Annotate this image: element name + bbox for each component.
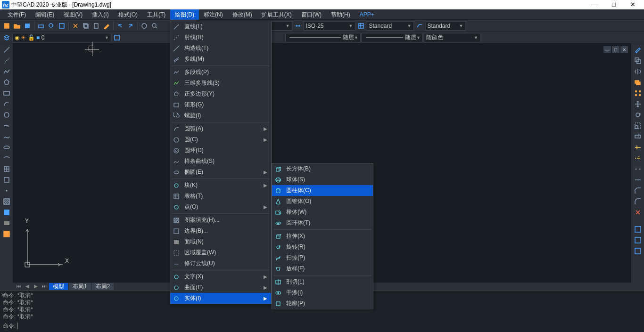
ellipse-icon[interactable]: [2, 143, 11, 152]
polygon-icon[interactable]: [2, 78, 11, 87]
menu-视图V[interactable]: 视图(V): [59, 9, 87, 20]
menuitem-圆(C)[interactable]: 圆(C)▶: [170, 134, 271, 145]
rectangle-icon[interactable]: [2, 89, 11, 98]
menu-格式O[interactable]: 格式(O): [114, 9, 142, 20]
menuitem-楔体(W)[interactable]: 楔体(W): [272, 207, 373, 218]
offset-icon[interactable]: [633, 78, 643, 87]
spline-icon[interactable]: [2, 132, 11, 141]
ellipsearc-icon[interactable]: [2, 154, 11, 163]
revcloud-icon[interactable]: [2, 121, 11, 130]
pan-icon[interactable]: [140, 21, 149, 31]
insert-icon[interactable]: [2, 164, 11, 174]
tool2-icon[interactable]: [633, 235, 643, 245]
menu-绘图D[interactable]: 绘图(D): [170, 9, 199, 20]
region-icon[interactable]: [2, 219, 11, 228]
menuitem-扫掠(P)[interactable]: 扫掠(P): [272, 252, 373, 263]
menu-标注N[interactable]: 标注(N): [199, 9, 228, 20]
menuitem-矩形(G)[interactable]: 矩形(G): [170, 99, 271, 110]
menuitem-轮廓(P)[interactable]: 轮廓(P): [272, 298, 373, 309]
command-input[interactable]: [17, 323, 641, 329]
menuitem-实体(I)[interactable]: 实体(I)▶: [170, 293, 271, 304]
tab-last-button[interactable]: ⏭: [41, 283, 48, 290]
menu-工具T[interactable]: 工具(T): [142, 9, 170, 20]
publish-icon[interactable]: [57, 21, 66, 31]
menuitem-三维多段线(3)[interactable]: 三维多段线(3): [170, 78, 271, 89]
menuitem-拉伸(X)[interactable]: 拉伸(X): [272, 231, 373, 242]
table-icon[interactable]: [2, 229, 11, 239]
menu-扩展工具X[interactable]: 扩展工具(X): [257, 9, 297, 20]
menuitem-边界(B)...[interactable]: 边界(B)...: [170, 226, 271, 236]
cmd-close-icon[interactable]: ✕: [1, 292, 5, 298]
tab-layout1[interactable]: 布局1: [69, 283, 91, 290]
menu-窗口W[interactable]: 窗口(W): [297, 9, 326, 20]
hatch-icon[interactable]: [2, 197, 11, 206]
menuitem-样条曲线(S)[interactable]: 样条曲线(S): [170, 156, 271, 167]
extend-icon[interactable]: [633, 154, 643, 163]
menuitem-旋转(R)[interactable]: 旋转(R): [272, 242, 373, 252]
menuitem-圆锥体(O)[interactable]: 圆锥体(O): [272, 196, 373, 207]
menuitem-点(O)[interactable]: 点(O)▶: [170, 202, 271, 212]
minimize-button[interactable]: —: [586, 0, 604, 9]
menuitem-表格(T)[interactable]: 表格(T): [170, 191, 271, 202]
stretch-icon[interactable]: [633, 132, 643, 141]
zoom-icon[interactable]: [150, 21, 159, 31]
move-icon[interactable]: [633, 99, 643, 109]
menuitem-图案填充(H)...[interactable]: 图案填充(H)...: [170, 215, 271, 226]
menuitem-面域(N)[interactable]: 面域(N): [170, 236, 271, 247]
menuitem-文字(X)[interactable]: 文字(X)▶: [170, 271, 271, 282]
menuitem-区域覆盖(W)[interactable]: 区域覆盖(W): [170, 247, 271, 258]
mleaderstyle-combo[interactable]: Standard▼: [425, 21, 466, 31]
preview-icon[interactable]: [47, 21, 56, 31]
join-icon[interactable]: [633, 175, 643, 185]
cut-icon[interactable]: [71, 21, 80, 31]
layerprev-icon[interactable]: [112, 33, 122, 42]
menuitem-多段线(P)[interactable]: 多段线(P): [170, 67, 271, 78]
color-combo[interactable]: 随颜色▼: [424, 33, 480, 42]
tablestyle-combo[interactable]: Standard▼: [367, 21, 414, 31]
doc-maximize-button[interactable]: □: [612, 46, 619, 53]
paste-icon[interactable]: [91, 21, 101, 31]
menu-文件F[interactable]: 文件(F): [3, 9, 31, 20]
menu-插入I[interactable]: 插入(I): [87, 9, 113, 20]
layer-combo[interactable]: ◉ ☀ 🔓 ■ 0▼: [12, 33, 111, 42]
block-icon[interactable]: [2, 175, 11, 185]
menu-帮助H[interactable]: 帮助(H): [326, 9, 355, 20]
tab-next-button[interactable]: ▶: [32, 283, 40, 290]
redo-icon[interactable]: [126, 21, 135, 31]
menuitem-螺旋(I)[interactable]: 螺旋(I): [170, 110, 271, 121]
line-icon[interactable]: [2, 45, 11, 55]
linetype-combo[interactable]: 随层▼: [285, 33, 361, 42]
doc-minimize-button[interactable]: —: [603, 46, 611, 53]
circle-icon[interactable]: [2, 110, 11, 120]
menuitem-圆弧(A)[interactable]: 圆弧(A)▶: [170, 123, 271, 134]
chamfer-icon[interactable]: [633, 186, 643, 195]
menuitem-多线(M)[interactable]: 多线(M): [170, 54, 271, 65]
close-button[interactable]: ✕: [623, 0, 642, 9]
copy2-icon[interactable]: [633, 56, 643, 65]
undo-icon[interactable]: [116, 21, 125, 31]
tab-prev-button[interactable]: ◀: [24, 283, 31, 290]
fillet-icon[interactable]: [633, 197, 643, 206]
lineweight-combo[interactable]: 随层▼: [362, 33, 423, 42]
menuitem-放样(F)[interactable]: 放样(F): [272, 263, 373, 274]
menuitem-直线(L)[interactable]: 直线(L): [170, 21, 271, 32]
mirror-icon[interactable]: [633, 67, 643, 76]
trim-icon[interactable]: [633, 143, 643, 152]
menuitem-长方体(B)[interactable]: 长方体(B): [272, 163, 373, 174]
print-icon[interactable]: [36, 21, 46, 31]
tool3-icon[interactable]: [633, 246, 643, 256]
array-icon[interactable]: [633, 89, 643, 98]
menuitem-正多边形(Y)[interactable]: 正多边形(Y): [170, 89, 271, 99]
menuitem-圆环体(T)[interactable]: 圆环体(T): [272, 218, 373, 228]
menuitem-构造线(T)[interactable]: 构造线(T): [170, 43, 271, 54]
scale-icon[interactable]: [633, 121, 643, 130]
dimstyle-icon[interactable]: [293, 21, 303, 31]
maximize-button[interactable]: □: [604, 0, 623, 9]
arc-icon[interactable]: [2, 99, 11, 109]
save-icon[interactable]: [23, 21, 32, 31]
doc-close-button[interactable]: ✕: [620, 46, 628, 53]
tab-layout2[interactable]: 布局2: [92, 283, 114, 290]
menu-编辑E[interactable]: 编辑(E): [31, 9, 59, 20]
explode-icon[interactable]: [633, 208, 643, 217]
break-icon[interactable]: [633, 164, 643, 174]
